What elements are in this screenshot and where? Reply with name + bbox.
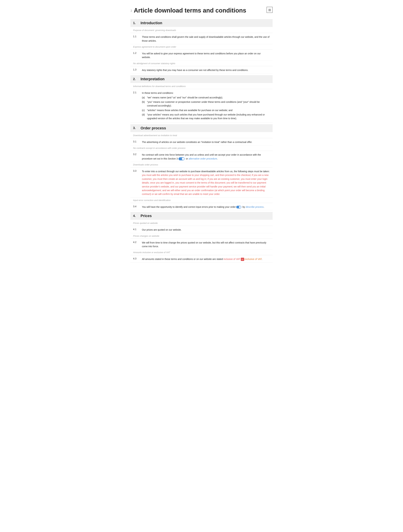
or-badge: or (241, 258, 244, 261)
sub-heading-3-1: No contracts except in accordance with o… (130, 146, 273, 151)
vat-text-before: All amounts stated in these terms and co… (142, 258, 224, 260)
list-item-label: (a) (142, 96, 146, 99)
section-number: 4. (133, 214, 137, 218)
clause-number: 4.3 (133, 257, 139, 261)
clause-number: 4.2 (133, 241, 139, 248)
section-4: 4.PricesPrices quoted on website4.1Our p… (130, 212, 273, 263)
toggle-switch-small[interactable] (236, 206, 241, 209)
sub-heading-3-2: Downloads order process (130, 162, 273, 167)
clause-body: We will from time to time change the pri… (142, 241, 270, 248)
sub-heading-3-0: Download advertisement as invitation to … (130, 133, 273, 138)
list-item-label: (c) (142, 108, 146, 112)
clause-number: 1.1 (133, 35, 139, 43)
sub-heading-2-0: Informal definitions for download terms … (130, 84, 273, 89)
clause-body: You will be asked to give your express a… (142, 52, 270, 59)
vat-text-end: . (262, 258, 262, 260)
sub-heading-4-2: Amounts inclusive or exclusive of VAT (130, 250, 273, 255)
section-number: 1. (133, 21, 137, 25)
sub-heading-1-1: Express agreement to document upon order (130, 44, 273, 50)
clause: 4.3All amounts stated in these terms and… (130, 256, 273, 262)
clause: 1.2You will be asked to give your expres… (130, 50, 273, 61)
section-title: Interpretation (140, 77, 164, 81)
section-number: 2. (133, 77, 137, 81)
clause: 2.1In these terms and conditions:(a)"we"… (130, 90, 273, 123)
page-title-area: 3 Article download terms and conditions (130, 7, 246, 14)
alternative-order-link[interactable]: alternative order procedure (189, 157, 217, 160)
clause-number: 3.1 (133, 140, 139, 144)
clause: 3.3To enter into a contract through our … (130, 168, 273, 198)
clause-number: 4.1 (133, 228, 139, 232)
vat-exclusive-text: exclusive of VAT (245, 258, 262, 260)
clause: 1.1These terms and conditions shall gove… (130, 34, 273, 44)
clause-number: 1.2 (133, 52, 139, 59)
clause-body: Our prices are quoted on our website. (142, 228, 182, 232)
toggle-switch[interactable] (178, 157, 185, 160)
section-3: 3.Order processDownload advertisement as… (130, 124, 273, 210)
page-title: Article download terms and conditions (134, 7, 246, 14)
sub-heading-1-0: Purpose of document: governing downloads (130, 28, 273, 33)
list-item-text: "articles" means those articles that are… (147, 108, 233, 112)
clause-number: 3.3 (133, 170, 139, 196)
sub-heading-3-3: Input error correction and identificatio… (130, 198, 273, 203)
section-2: 2.InterpretationInformal definitions for… (130, 75, 273, 123)
clause-body: These terms and conditions shall govern … (142, 35, 270, 43)
clause: 3.2No contract will come into force betw… (130, 152, 273, 162)
list-item-label: (b) (142, 100, 146, 108)
clause: 4.2We will from time to time change the … (130, 239, 273, 250)
sub-heading-4-1: Prices changes on website (130, 233, 273, 239)
section-title: Order process (140, 126, 166, 130)
document-icon[interactable]: ▦ (266, 7, 273, 13)
clause-body: In these terms and conditions:(a)"we" me… (142, 91, 270, 121)
section-title: Introduction (140, 21, 162, 25)
section-header-2: 2.Interpretation (130, 75, 273, 83)
clause-body: Any statutory rights that you may have a… (142, 68, 248, 72)
clause-body: To enter into a contract through our web… (142, 170, 270, 196)
clause-body: The advertising of articles on our websi… (142, 140, 252, 144)
clause: 1.3Any statutory rights that you may hav… (130, 67, 273, 74)
list-item: (d)"your articles" means any such articl… (142, 113, 270, 120)
clause: 3.4You will have the opportunity to iden… (130, 204, 273, 210)
list-item-text: "your articles" means any such articles … (147, 113, 270, 120)
clause-number: 3.2 (133, 153, 139, 160)
section-header-1: 1.Introduction (130, 19, 273, 27)
clause-body: You will have the opportunity to identif… (142, 205, 264, 209)
section-number: 3. (133, 126, 137, 130)
page-header: 3 Article download terms and conditions … (130, 7, 273, 14)
list-item-text: "we" means name (and "us" and "our" shou… (147, 96, 223, 99)
clause: 3.1The advertising of articles on our we… (130, 139, 273, 146)
list-item-label: (d) (142, 113, 146, 120)
section-1: 1.IntroductionPurpose of document: gover… (130, 19, 273, 74)
clause-body: All amounts stated in these terms and co… (142, 257, 262, 261)
clause-number: 1.3 (133, 68, 139, 72)
clause-number: 3.4 (133, 205, 139, 209)
clause-text-red: you must add the articles you wish to pu… (142, 174, 269, 195)
sub-heading-4-0: Prices quoted on website (130, 221, 273, 226)
list-item: (a)"we" means name (and "us" and "our" s… (142, 96, 270, 99)
clause-number: 2.1 (133, 91, 139, 121)
sub-heading-1-2: No abridgment of consumer statutory righ… (130, 61, 273, 66)
page-number: 3 (130, 9, 132, 13)
clause-text-plain: To enter into a contract through our web… (142, 170, 270, 173)
list-item-text: "you" means our customer or prospective … (147, 100, 270, 108)
vat-inclusive-text: inclusive of VAT (224, 258, 240, 260)
section-header-3: 3.Order process (130, 124, 273, 132)
section-title: Prices (140, 214, 152, 218)
list-item: (c)"articles" means those articles that … (142, 108, 270, 112)
list-item: (b)"you" means our customer or prospecti… (142, 100, 270, 108)
clause: 4.1Our prices are quoted on our website. (130, 227, 273, 233)
describe-process-link[interactable]: describe process (246, 206, 264, 208)
section-header-4: 4.Prices (130, 212, 273, 220)
document-content: 1.IntroductionPurpose of document: gover… (130, 19, 273, 263)
clause-body: No contract will come into force between… (142, 153, 270, 160)
